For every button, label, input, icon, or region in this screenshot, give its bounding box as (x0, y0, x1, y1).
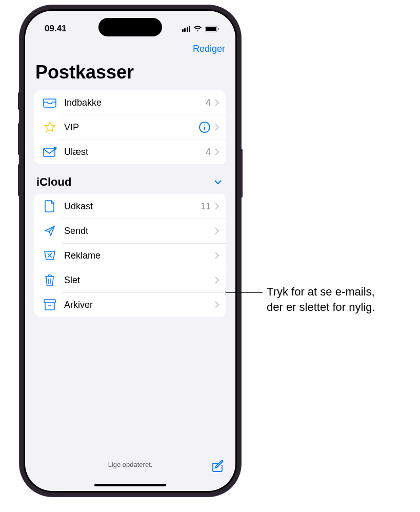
mailbox-label: Reklame (64, 250, 215, 261)
mailbox-count: 4 (206, 97, 211, 108)
chevron-right-icon (215, 203, 219, 210)
trash-icon (43, 274, 57, 286)
wifi-icon (193, 26, 202, 32)
mailbox-unread[interactable]: Ulæst 4 (34, 140, 226, 164)
home-indicator[interactable] (94, 484, 166, 486)
mailbox-junk[interactable]: Reklame (34, 243, 226, 268)
mailbox-inbox[interactable]: Indbakke 4 (34, 90, 226, 115)
draft-icon (43, 200, 57, 212)
svg-point-5 (204, 125, 205, 126)
chevron-right-icon (215, 277, 219, 284)
battery-icon (205, 26, 219, 32)
chevron-right-icon (215, 301, 219, 308)
svg-rect-2 (218, 28, 219, 30)
cellular-icon (182, 26, 191, 32)
junk-icon (43, 249, 57, 262)
mailbox-drafts[interactable]: Udkast 11 (34, 194, 226, 219)
status-text: Lige opdateret. (108, 461, 153, 468)
mailbox-trash[interactable]: Slet (34, 268, 226, 292)
chevron-down-icon (214, 180, 222, 185)
callout-text: Tryk for at se e-mails, der er slettet f… (267, 284, 375, 314)
chevron-right-icon (215, 99, 219, 106)
mailbox-label: Indbakke (64, 97, 206, 108)
mailbox-label: Udkast (64, 201, 201, 212)
chevron-right-icon (215, 252, 219, 259)
mailbox-label: Arkiver (64, 300, 215, 310)
nav-bar: Rediger (25, 40, 235, 58)
icloud-list: Udkast 11 Sendt (34, 194, 226, 317)
star-icon (43, 121, 57, 133)
mailbox-label: Ulæst (64, 147, 206, 157)
mailbox-label: Slet (64, 275, 215, 286)
chevron-right-icon (215, 227, 219, 234)
svg-rect-6 (44, 148, 55, 156)
callout-leader-line (226, 292, 263, 293)
compose-button[interactable] (211, 460, 224, 474)
chevron-right-icon (215, 148, 219, 155)
icloud-section-header[interactable]: iCloud (34, 164, 226, 194)
mailbox-vip[interactable]: VIP (34, 115, 226, 140)
svg-rect-10 (44, 300, 55, 303)
callout-line-2: der er slettet for nylig. (267, 300, 375, 315)
chevron-right-icon (215, 124, 219, 131)
mailbox-label: Sendt (64, 226, 215, 237)
info-icon[interactable] (198, 121, 211, 133)
sent-icon (43, 225, 57, 237)
mailbox-label: VIP (64, 122, 198, 133)
mailboxes-list: Indbakke 4 VIP (34, 90, 226, 164)
status-time: 09.41 (45, 24, 67, 34)
mailbox-archive[interactable]: Arkiver (34, 292, 226, 317)
svg-point-7 (53, 147, 56, 150)
mailbox-count: 11 (201, 201, 211, 212)
archive-icon (43, 299, 57, 311)
unread-icon (43, 146, 57, 158)
edit-button[interactable]: Rediger (193, 44, 225, 54)
page-title: Postkasser (34, 58, 226, 90)
callout-line-1: Tryk for at se e-mails, (267, 284, 375, 300)
svg-rect-1 (206, 27, 216, 31)
inbox-icon (43, 96, 57, 109)
section-title: iCloud (36, 175, 71, 189)
mailbox-sent[interactable]: Sendt (34, 219, 226, 243)
mailbox-count: 4 (206, 147, 211, 157)
